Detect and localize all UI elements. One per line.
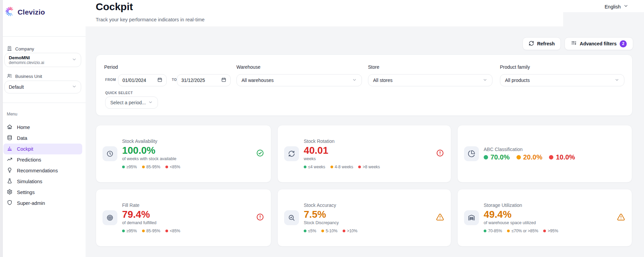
check-circle-icon [256, 149, 264, 158]
lightbulb-icon [7, 167, 13, 174]
business-unit-value: Default [9, 84, 24, 90]
warehouse-label: Warehouse [236, 64, 260, 70]
legend-dot-amber [507, 230, 510, 232]
kpi-unit: weeks [304, 156, 380, 161]
chevron-down-icon [352, 78, 357, 83]
language-label: English [604, 4, 621, 9]
home-icon [7, 124, 13, 131]
kpi-value: 7.5% [304, 209, 358, 220]
quick-select-label: QUICK SELECT [105, 91, 133, 95]
language-selector[interactable]: English [604, 3, 628, 10]
legend-dot-green [122, 230, 125, 232]
sidebar-item-super-admin[interactable]: Super-admin [3, 198, 82, 209]
kpi-title: ABC Classification [484, 147, 575, 152]
segment-dot-red [549, 155, 553, 159]
kpi-unit: of warehouse space utilized [484, 220, 558, 225]
advanced-filters-button[interactable]: Advanced filters 2 [565, 37, 633, 50]
target-icon [102, 210, 117, 225]
kpi-value: 49.4% [484, 209, 558, 220]
chevron-down-icon [623, 3, 628, 10]
store-label: Store [368, 64, 379, 70]
business-unit-label: Business Unit [7, 73, 42, 80]
kpi-value: 40.01 [304, 145, 380, 156]
legend-dot-amber [330, 166, 333, 168]
period-to-input[interactable]: 31/12/2025 [177, 74, 231, 86]
users-icon [7, 73, 12, 80]
refresh-icon [529, 41, 534, 47]
company-domain: demomni.clevizio.ai [9, 60, 44, 65]
sidebar-divider [3, 103, 86, 103]
kpi-card-stock-rotation: Stock Rotation 40.01 weeks ≤4 weeks 4-8 … [277, 125, 451, 183]
legend-dot-red [358, 166, 361, 168]
pie-chart-icon [464, 146, 479, 161]
company-name: DemoMNI [9, 55, 44, 60]
sidebar-divider [3, 36, 86, 37]
kpi-title: Stock Rotation [304, 138, 380, 144]
search-check-icon [284, 210, 299, 225]
kpi-legend: ≤4 weeks 4-8 weeks >8 weeks [304, 165, 380, 169]
quick-select-dropdown[interactable]: Select a period... [105, 97, 158, 109]
database-icon [7, 135, 13, 142]
flask-icon [7, 178, 13, 185]
sidebar-item-recommendations[interactable]: Recommendations [3, 165, 82, 176]
sidebar-item-simulations[interactable]: Simulations [3, 176, 82, 187]
alert-triangle-icon [617, 213, 625, 222]
page-subtitle: Track your key performance indicators in… [96, 17, 205, 22]
kpi-unit: of weeks with stock available [122, 156, 180, 161]
kpi-card-storage-utilization: Storage Utilization 49.4% of warehouse s… [457, 189, 632, 247]
business-unit-select[interactable]: Default [4, 81, 81, 93]
trending-up-icon [7, 156, 13, 163]
brand-logo[interactable]: Clevizio [5, 7, 45, 18]
product-family-dropdown[interactable]: All products [500, 74, 624, 86]
kpi-value: 79.4% [122, 209, 180, 220]
sidebar-item-settings[interactable]: Settings [3, 187, 82, 198]
kpi-unit: of demand fulfilled [122, 220, 180, 225]
sliders-icon [571, 40, 577, 47]
product-family-label: Product family [500, 64, 530, 70]
brand-name: Clevizio [18, 8, 45, 16]
clock-icon [102, 146, 117, 161]
alert-circle-icon [436, 149, 444, 158]
period-from-input[interactable]: 01/01/2024 [118, 74, 167, 86]
gear-icon [7, 189, 13, 196]
company-label: Company [7, 46, 34, 52]
chevron-down-icon [72, 84, 77, 90]
company-select[interactable]: DemoMNI demomni.clevizio.ai [4, 53, 81, 67]
shield-icon [7, 200, 13, 207]
kpi-card-stock-availability: Stock Availability 100.0% of weeks with … [96, 125, 271, 183]
kpi-legend: ≤5% 5-10% >10% [304, 229, 358, 233]
kpi-legend: 70-85% ≤70% or >85% >95% [484, 229, 558, 233]
warehouse-dropdown[interactable]: All warehouses [236, 74, 362, 86]
sidebar-item-home[interactable]: Home [3, 122, 82, 133]
segment-dot-amber [516, 155, 521, 159]
segment-dot-green [484, 155, 488, 159]
alert-circle-icon [256, 213, 264, 222]
menu-section-label: Menu [7, 112, 17, 116]
legend-dot-amber [142, 166, 145, 168]
kpi-unit: Stock Discrepancy [304, 220, 358, 225]
store-dropdown[interactable]: All stores [368, 74, 492, 86]
refresh-button[interactable]: Refresh [523, 37, 561, 50]
sidebar-item-cockpit[interactable]: Cockpit [3, 144, 82, 154]
legend-dot-red [543, 230, 546, 232]
chevron-down-icon [148, 100, 153, 106]
sidebar-item-predictions[interactable]: Predictions [3, 154, 82, 165]
legend-dot-red [165, 230, 168, 232]
page-title: Cockpit [96, 1, 133, 13]
legend-dot-green [122, 166, 125, 168]
left-gutter [0, 0, 3, 257]
bar-chart-icon [7, 146, 13, 152]
abc-segments: 70.0% 20.0% 10.0% [484, 153, 575, 161]
kpi-legend: ≥95% 85-95% <85% [122, 229, 180, 233]
main-content-background-right [563, 12, 644, 26]
legend-dot-red [343, 230, 345, 232]
kpi-card-fill-rate: Fill Rate 79.4% of demand fulfilled ≥95%… [96, 189, 271, 247]
legend-dot-amber [321, 230, 324, 232]
legend-dot-red [165, 166, 168, 168]
warehouse-icon [464, 210, 479, 225]
header-band [86, 0, 563, 26]
sidebar-item-data[interactable]: Data [3, 133, 82, 144]
kpi-title: Fill Rate [122, 202, 180, 208]
kpi-title: Stock Availability [122, 138, 180, 144]
calendar-icon [221, 77, 226, 83]
